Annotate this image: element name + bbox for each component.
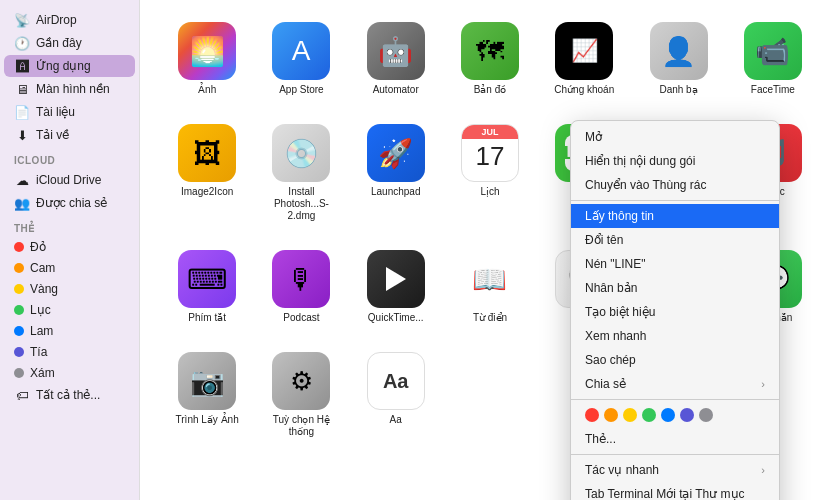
trinhlay-label: Trình Lấy Ảnh [176,414,239,426]
separator-after-chuyenvao [571,200,779,201]
sidebar-item-cam[interactable]: Cam [4,258,135,278]
color-dot-0[interactable] [585,408,599,422]
submenu-arrow-tacvunhanh: › [761,464,765,476]
menu-item-label-doten: Đổi tên [585,233,623,247]
contacts-icon: 👤 [650,22,708,80]
manhinhnen-icon: 🖥 [14,81,30,97]
context-menu-item-saochep[interactable]: Sao chép [571,348,779,372]
sidebar-item-manhinhnen[interactable]: 🖥 Màn hình nền [4,78,135,100]
app-item-tu_dien[interactable]: 📖 Từ điển [443,244,537,330]
app-item-quicktime[interactable]: QuickTime... [349,244,443,330]
menu-item-label-nen: Nén "LINE" [585,257,646,271]
sidebar-item-taive[interactable]: ⬇ Tải về [4,124,135,146]
luc-color-dot [14,305,24,315]
ungdung-icon: 🅰 [14,58,30,74]
facetime-icon: 📹 [744,22,802,80]
sidebar-item-xam[interactable]: Xám [4,363,135,383]
menu-item-label-chuyenvao: Chuyển vào Thùng rác [585,178,707,192]
menu-item-label-chiase: Chia sẻ [585,377,626,391]
appstore-icon: A [272,22,330,80]
menu-item-label-the: Thẻ... [585,432,616,446]
sidebar-item-tatcathe[interactable]: 🏷 Tất cả thẻ... [4,384,135,406]
contacts-label: Danh bạ [659,84,697,96]
facetime-label: FaceTime [751,84,795,96]
separator-before-tacvunhanh [571,454,779,455]
sidebar-item-lam[interactable]: Lam [4,321,135,341]
vang-color-dot [14,284,24,294]
color-dot-6[interactable] [699,408,713,422]
context-menu-item-laythongtin[interactable]: Lấy thông tin [571,204,779,228]
sidebar-item-icloud-drive[interactable]: ☁ iCloud Drive [4,169,135,191]
app-item-tuyenchon[interactable]: ⚙ Tuỳ chọn Hệ thống [254,346,348,444]
tuyenchon-icon: ⚙ [272,352,330,410]
app-item-appstore[interactable]: A App Store [254,16,348,102]
quicktime-label: QuickTime... [368,312,424,324]
xam-color-dot [14,368,24,378]
color-dot-4[interactable] [661,408,675,422]
tatcathe-icon: 🏷 [14,387,30,403]
podcast-icon: 🎙 [272,250,330,308]
app-item-podcast[interactable]: 🎙 Podcast [254,244,348,330]
quicktime-icon [367,250,425,308]
maps-icon: 🗺 [461,22,519,80]
automator-icon: 🤖 [367,22,425,80]
app-item-calendar[interactable]: JUL 17 Lịch [443,118,537,228]
tailieu-icon: 📄 [14,104,30,120]
podcast-label: Podcast [283,312,319,324]
calendar-label: Lịch [480,186,499,198]
context-menu-item-tacvunhanh[interactable]: Tác vụ nhanh› [571,458,779,482]
sidebar-item-do[interactable]: Đỏ [4,237,135,257]
tuyenchon-label: Tuỳ chọn Hệ thống [266,414,336,438]
app-item-maps[interactable]: 🗺 Bản đồ [443,16,537,102]
sidebar-item-luc[interactable]: Lục [4,300,135,320]
tu_dien-icon: 📖 [461,250,519,308]
context-menu-item-hiennoi[interactable]: Hiển thị nội dung gói [571,149,779,173]
duocchiase-icon: 👥 [14,195,30,211]
app-item-aa[interactable]: Aa Aa [349,346,443,444]
sidebar-item-tailieu[interactable]: 📄 Tài liệu [4,101,135,123]
context-menu-item-mo[interactable]: Mở [571,125,779,149]
photos-label: Ảnh [198,84,216,96]
context-menu-item-chiase[interactable]: Chia sẻ› [571,372,779,396]
tu_dien-label: Từ điển [473,312,507,324]
context-menu-item-doten[interactable]: Đổi tên [571,228,779,252]
menu-item-label-tabterminal: Tab Terminal Mới tại Thư mục [585,487,745,500]
context-menu-item-taobieuhieu[interactable]: Tạo biệt hiệu [571,300,779,324]
app-item-stocks[interactable]: 📈 Chứng khoán [537,16,631,102]
context-menu-colors-row [571,403,779,427]
sidebar-item-airdrop[interactable]: 📡 AirDrop [4,9,135,31]
app-item-facetime[interactable]: 📹 FaceTime [726,16,820,102]
phimtat-icon: ⌨ [178,250,236,308]
sidebar-item-tia[interactable]: Tía [4,342,135,362]
menu-item-label-mo: Mở [585,130,602,144]
launchpad-label: Launchpad [371,186,421,198]
color-dot-5[interactable] [680,408,694,422]
sidebar-item-duocchiase[interactable]: 👥 Được chia sẻ [4,192,135,214]
sidebar-item-ungdung[interactable]: 🅰 Ứng dụng [4,55,135,77]
context-menu-item-tabterminal[interactable]: Tab Terminal Mới tại Thư mục [571,482,779,500]
app-item-photos[interactable]: 🌅 Ảnh [160,16,254,102]
context-menu-item-the[interactable]: Thẻ... [571,427,779,451]
context-menu-item-nhanban[interactable]: Nhân bản [571,276,779,300]
install-label: Install Photosh...S-2.dmg [266,186,336,222]
sidebar-item-ganday[interactable]: 🕐 Gần đây [4,32,135,54]
context-menu-item-nen[interactable]: Nén "LINE" [571,252,779,276]
color-dot-1[interactable] [604,408,618,422]
app-item-automator[interactable]: 🤖 Automator [349,16,443,102]
aa-label: Aa [390,414,402,426]
menu-item-label-saochep: Sao chép [585,353,636,367]
app-item-launchpad[interactable]: 🚀 Launchpad [349,118,443,228]
app-item-phimtat[interactable]: ⌨ Phím tắt [160,244,254,330]
color-dot-3[interactable] [642,408,656,422]
app-item-image2icon[interactable]: 🖼 Image2Icon [160,118,254,228]
context-menu-item-xemnhanh[interactable]: Xem nhanh [571,324,779,348]
cam-color-dot [14,263,24,273]
app-item-install[interactable]: 💿 Install Photosh...S-2.dmg [254,118,348,228]
app-item-contacts[interactable]: 👤 Danh bạ [631,16,725,102]
automator-label: Automator [373,84,419,96]
sidebar-item-vang[interactable]: Vàng [4,279,135,299]
app-item-trinhlay[interactable]: 📷 Trình Lấy Ảnh [160,346,254,444]
color-dot-2[interactable] [623,408,637,422]
context-menu-item-chuyenvao[interactable]: Chuyển vào Thùng rác [571,173,779,197]
menu-item-label-nhanban: Nhân bản [585,281,637,295]
